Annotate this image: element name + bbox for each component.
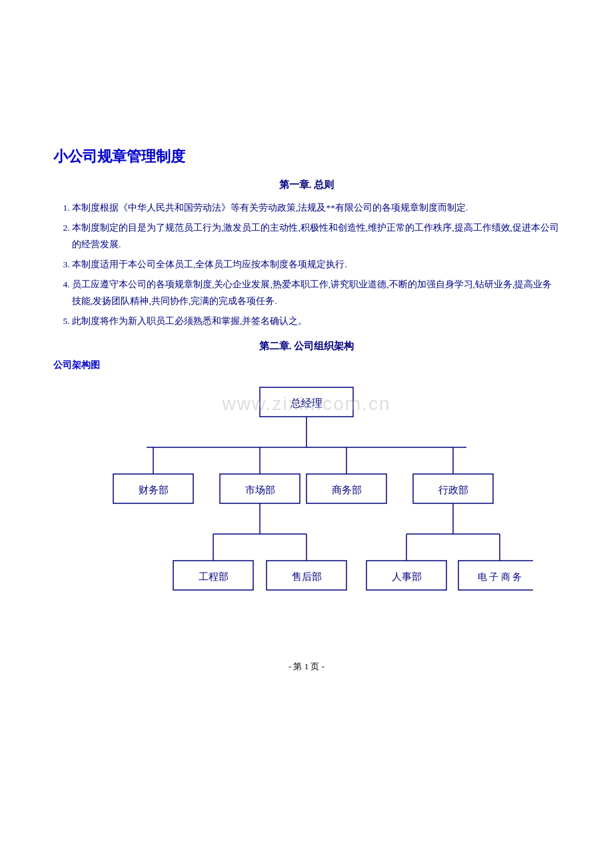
svg-text:财务部: 财务部 (139, 485, 169, 495)
svg-text:电 子 商 务: 电 子 商 务 (478, 572, 522, 582)
org-chart-container: 总经理 财务部 市场部 (53, 381, 560, 634)
svg-text:工程部: 工程部 (199, 571, 229, 582)
chapter2: 第二章. 公司组织架构 公司架构图 总经理 (53, 340, 560, 634)
article-list: 本制度根据《中华人民共和国劳动法》等有关劳动政策,法规及**有限公司的各项规章制… (53, 199, 560, 329)
svg-text:商务部: 商务部 (332, 485, 362, 495)
org-chart-svg: 总经理 财务部 市场部 (80, 381, 533, 634)
chapter1: 第一章. 总则 本制度根据《中华人民共和国劳动法》等有关劳动政策,法规及**有限… (53, 179, 560, 329)
chapter2-heading: 第二章. 公司组织架构 (53, 340, 560, 353)
top-spacer (53, 27, 560, 147)
article-1: 本制度根据《中华人民共和国劳动法》等有关劳动政策,法规及**有限公司的各项规章制… (72, 199, 560, 217)
article-2: 本制度制定的目是为了规范员工行为,激发员工的主动性,积极性和创造性,维护正常的工… (72, 219, 560, 253)
article-4: 员工应遵守本公司的各项规章制度,关心企业发展,热爱本职工作,讲究职业道德,不断的… (72, 276, 560, 310)
svg-text:人事部: 人事部 (392, 571, 422, 582)
chapter1-heading: 第一章. 总则 (53, 179, 560, 191)
org-chart-label: 公司架构图 (53, 359, 560, 371)
doc-title: 小公司规章管理制度 (53, 147, 560, 167)
page-number: - 第 1 页 - (289, 661, 324, 671)
svg-text:行政部: 行政部 (438, 485, 468, 495)
svg-text:售后部: 售后部 (292, 571, 322, 582)
article-5: 此制度将作为新入职员工必须熟悉和掌握,并签名确认之。 (72, 313, 560, 330)
page-footer: - 第 1 页 - (53, 661, 560, 673)
article-3: 本制度适用于本公司全体员工,全体员工均应按本制度各项规定执行. (72, 256, 560, 273)
svg-text:市场部: 市场部 (245, 485, 275, 495)
ceo-label: 总经理 (290, 397, 322, 409)
page: 小公司规章管理制度 第一章. 总则 本制度根据《中华人民共和国劳动法》等有关劳动… (0, 0, 613, 868)
